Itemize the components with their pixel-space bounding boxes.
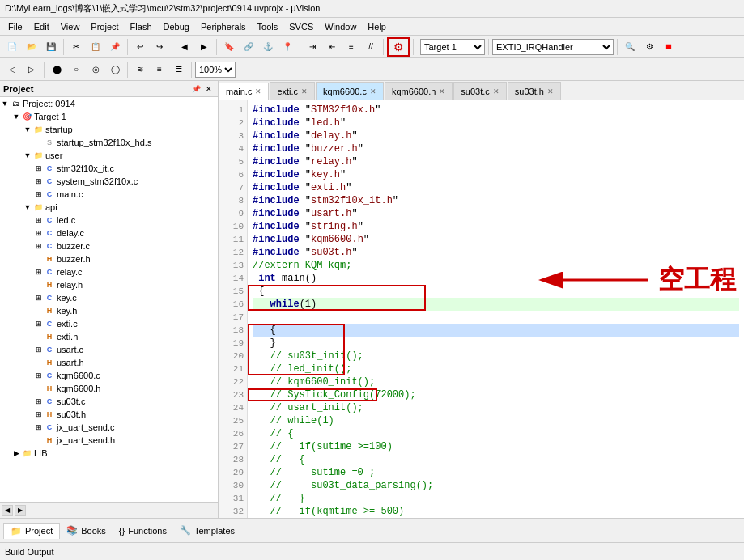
tree-item[interactable]: ⊞Cled.c [0,214,218,227]
tree-item[interactable]: ⊞Hsu03t.h [0,408,218,421]
code-line[interactable]: // kqm6600_init(); [253,375,739,388]
save-btn[interactable]: 💾 [42,38,60,56]
settings-btn[interactable]: ⚙ [640,38,658,56]
scroll-right[interactable]: ▶ [15,505,26,516]
menu-debug[interactable]: Debug [159,20,194,33]
code-line[interactable]: #include "relay.h" [253,155,739,168]
redo-btn[interactable]: ↪ [151,38,168,56]
menu-file[interactable]: File [3,20,28,33]
code-line[interactable]: // if(kqmtime >= 500) [253,505,739,518]
t2-btn7[interactable]: ≣ [170,61,188,78]
file-expand-icon[interactable]: ⊞ [34,190,44,198]
menu-project[interactable]: Project [86,20,123,33]
code-line[interactable]: } [253,337,739,350]
tree-item[interactable]: ⊞Ckey.c [0,291,218,304]
code-line[interactable]: int main() [253,272,739,285]
file-expand-icon[interactable]: ⊞ [34,320,44,328]
code-line[interactable]: // sutime =0 ; [253,466,739,479]
copy-btn[interactable]: 📋 [87,38,104,56]
tree-item[interactable]: ▼📁user [0,149,218,162]
collapse-icon[interactable]: ▼ [23,203,32,211]
tree-item[interactable]: ▼📁api [0,201,218,214]
collapse-icon[interactable]: ▼ [23,125,32,134]
tree-item[interactable]: Hkqm6600.h [0,382,218,395]
file-expand-icon[interactable]: ⊞ [34,294,44,302]
code-line[interactable]: { [253,285,739,298]
zoom-select[interactable]: 100% [195,62,236,78]
menu-tools[interactable]: Tools [253,20,283,33]
tab-kqm6600h[interactable]: kqm6600.h✕ [385,82,453,100]
code-content[interactable]: #include "STM32f10x.h"#include "led.h"#i… [248,100,744,518]
build-button-container[interactable]: ⚙ [387,37,410,57]
tree-item[interactable]: ▼🎯Target 1 [0,110,218,123]
file-expand-icon[interactable]: ⊞ [34,229,44,237]
code-line[interactable]: // SysTick_Config(72000); [253,388,739,401]
menu-window[interactable]: Window [320,20,361,33]
open-btn[interactable]: 📂 [23,38,40,56]
tree-item[interactable]: Hexti.h [0,330,218,343]
code-line[interactable]: { [253,324,739,337]
collapse-icon[interactable]: ▼ [23,151,32,159]
nav-back-btn[interactable]: ◀ [176,38,193,56]
search-btn[interactable]: 🔍 [621,38,639,56]
file-expand-icon[interactable]: ⊞ [34,410,44,418]
target-select[interactable]: Target 1 [420,39,485,55]
code-line[interactable]: #include "su03t.h" [253,246,739,259]
code-line[interactable]: // if(sutime >=100) [253,440,739,453]
file-expand-icon[interactable]: ⊞ [34,346,44,354]
code-line[interactable]: #include "string.h" [253,220,739,233]
code-line[interactable]: // su03t_init(); [253,350,739,363]
tab-kqm6600c[interactable]: kqm6600.c✕ [316,82,384,100]
code-line[interactable]: #include "usart.h" [253,207,739,220]
tree-item[interactable]: Hbuzzer.h [0,252,218,265]
indent-btn[interactable]: ⇥ [304,38,321,56]
file-expand-icon[interactable]: ⊞ [34,423,44,431]
tree-item[interactable]: ⊞Cexti.c [0,317,218,330]
tree-item[interactable]: ⊞Cmain.c [0,188,218,201]
code-line[interactable]: #include "buzzer.h" [253,142,739,155]
tree-item[interactable]: ⊞Csystem_stm32f10x.c [0,175,218,188]
t2-btn5[interactable]: ≋ [131,61,149,78]
tree-item[interactable]: ⊞Csu03t.c [0,395,218,408]
tree-item[interactable]: ⊞Cbuzzer.c [0,240,218,252]
tree-item[interactable]: ▼🗂Project: 0914 [0,97,218,110]
collapse-icon[interactable]: ▼ [0,100,10,108]
file-expand-icon[interactable]: ⊞ [34,371,44,380]
pin-icon[interactable]: 📌 [190,83,202,95]
tree-item[interactable]: Husart.h [0,356,218,369]
bottom-tab-project[interactable]: 📁Project [3,523,60,539]
code-line[interactable] [253,311,739,324]
tab-close[interactable]: ✕ [301,87,308,95]
file-expand-icon[interactable]: ⊞ [34,216,44,224]
tab-mainc[interactable]: main.c✕ [219,83,269,100]
tree-item[interactable]: Hrelay.h [0,278,218,291]
t2-btn4[interactable]: ◯ [106,61,124,78]
menu-peripherals[interactable]: Peripherals [196,20,251,33]
code-line[interactable]: //extern KQM kqm; [253,259,739,272]
code-line[interactable]: // { [253,427,739,440]
tree-item[interactable]: ▼📁startup [0,123,218,136]
file-expand-icon[interactable]: ⊞ [34,177,44,185]
menu-flash[interactable]: Flash [125,20,157,33]
code-line[interactable]: #include "led.h" [253,117,739,129]
bottom-tab-functions[interactable]: {}Functions [113,524,173,538]
code-line[interactable]: #include "stm32f10x_it.h" [253,194,739,207]
tree-item[interactable]: ⊞Cdelay.c [0,227,218,240]
expand-icon[interactable]: ▶ [11,449,21,457]
comment-btn[interactable]: // [362,38,380,56]
format-btn[interactable]: ≡ [342,38,360,56]
prev-btn[interactable]: ◁ [3,61,21,78]
new-btn[interactable]: 📄 [3,38,21,56]
bookmark3-btn[interactable]: ⚓ [259,38,277,56]
tab-close[interactable]: ✕ [370,87,376,95]
tree-item[interactable]: Sstartup_stm32f10x_hd.s [0,136,218,149]
nav-fwd-btn[interactable]: ▶ [195,38,213,56]
cut-btn[interactable]: ✂ [67,38,85,56]
code-line[interactable]: // usart_init(); [253,401,739,414]
code-line[interactable]: // while(1) [253,414,739,427]
tree-item[interactable]: ⊞Cusart.c [0,343,218,356]
scroll-left[interactable]: ◀ [2,505,13,516]
close-panel-icon[interactable]: ✕ [203,83,215,95]
tree-item[interactable]: ▶📁LIB [0,447,218,460]
tree-item[interactable]: ⊞Cstm32f10x_it.c [0,162,218,175]
